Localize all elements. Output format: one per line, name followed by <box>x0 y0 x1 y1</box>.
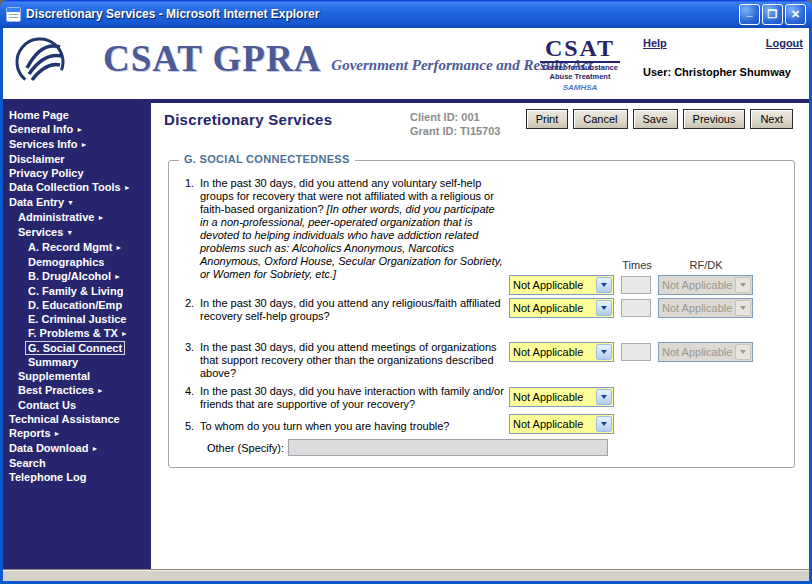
minimize-button[interactable]: _ <box>739 4 760 25</box>
question-2-times-input[interactable] <box>621 299 651 317</box>
previous-button[interactable]: Previous <box>683 109 746 129</box>
sidebar-item-c-family-living[interactable]: C. Family & Living <box>3 284 151 298</box>
brand-block: CSAT GPRA Government Performance and Res… <box>103 40 592 77</box>
question-1-rfdk-select[interactable]: Not Applicable <box>658 275 753 295</box>
chevron-right-icon: ► <box>124 184 131 191</box>
question-4-response-select[interactable]: Not Applicable <box>509 387 614 407</box>
chevron-right-icon: ► <box>97 387 104 394</box>
question-2-response-select[interactable]: Not Applicable <box>509 298 614 318</box>
sidebar-item-label: Home Page <box>9 109 69 121</box>
sidebar-item-label: Reports <box>9 427 51 439</box>
record-ids: Client ID: 001 Grant ID: TI15703 <box>410 110 500 138</box>
question-5-text-main: To whom do you turn when you are having … <box>200 420 450 432</box>
dropdown-arrow-icon <box>735 344 751 360</box>
question-2-text-main: In the past 30 days, did you attend any … <box>200 297 501 322</box>
toolbar: Print Cancel Save Previous Next <box>526 109 793 129</box>
print-button[interactable]: Print <box>526 109 569 129</box>
sidebar-item-label: Demographics <box>28 256 104 268</box>
sidebar-item-search[interactable]: Search <box>3 456 151 470</box>
csat-logo: CSAT Center for Substance Abuse Treatmen… <box>540 36 620 92</box>
sidebar-item-data-download[interactable]: Data Download► <box>3 441 151 456</box>
sidebar-item-label: A. Record Mgmt <box>28 241 112 253</box>
sidebar-item-data-entry[interactable]: Data Entry▼ <box>3 195 151 210</box>
dropdown-arrow-icon <box>596 389 612 405</box>
sidebar-item-services[interactable]: Services▼ <box>3 225 151 240</box>
save-button[interactable]: Save <box>633 109 678 129</box>
content-area: Home PageGeneral Info►Services Info►Disc… <box>3 103 809 569</box>
sidebar-item-home-page[interactable]: Home Page <box>3 108 151 122</box>
other-specify-input[interactable] <box>288 439 608 456</box>
question-5-text: To whom do you turn when you are having … <box>200 420 505 433</box>
sidebar-item-f-problems-tx[interactable]: F. Problems & TX► <box>3 326 151 341</box>
sidebar-item-g-social-connect[interactable]: G. Social Connect <box>3 341 151 355</box>
help-link[interactable]: Help <box>643 37 667 49</box>
sidebar-item-label: F. Problems & TX <box>28 327 118 339</box>
question-3-text-main: In the past 30 days, did you attend meet… <box>200 341 497 379</box>
question-3-response-value: Not Applicable <box>513 346 595 358</box>
sidebar-item-label: Summary <box>28 356 78 368</box>
sidebar-item-e-criminal-justice[interactable]: E. Criminal Justice <box>3 312 151 326</box>
sidebar-item-label: Data Download <box>9 442 88 454</box>
sidebar-item-technical-assistance[interactable]: Technical Assistance <box>3 412 151 426</box>
sidebar-item-label: Data Collection Tools <box>9 181 121 193</box>
samhsa-label: SAMHSA <box>540 83 620 92</box>
question-4-text-main: In the past 30 days, did you have intera… <box>200 385 504 410</box>
sidebar-item-demographics[interactable]: Demographics <box>3 255 151 269</box>
sidebar-item-privacy-policy[interactable]: Privacy Policy <box>3 166 151 180</box>
sidebar-item-label: G. Social Connect <box>25 341 125 355</box>
sidebar-item-telephone-log[interactable]: Telephone Log <box>3 470 151 484</box>
sidebar-item-supplemental[interactable]: Supplemental <box>3 369 151 383</box>
csat-logo-line1: Center for Substance <box>540 63 620 72</box>
grant-id: Grant ID: TI15703 <box>410 124 500 138</box>
question-4-text: In the past 30 days, did you have intera… <box>200 385 505 411</box>
question-2-rfdk-select[interactable]: Not Applicable <box>658 298 753 318</box>
chevron-right-icon: ► <box>91 445 98 452</box>
question-1-times-input[interactable] <box>621 276 651 294</box>
question-3-times-input[interactable] <box>621 343 651 361</box>
sidebar-item-reports[interactable]: Reports► <box>3 426 151 441</box>
question-5-number: 5. <box>185 420 194 432</box>
statusbar <box>3 569 809 581</box>
chevron-right-icon: ► <box>114 273 121 280</box>
logout-link[interactable]: Logout <box>766 37 803 49</box>
question-5-response-select[interactable]: Not Applicable <box>509 414 614 434</box>
window-titlebar: Discretionary Services - Microsoft Inter… <box>0 0 812 28</box>
sidebar-item-label: Contact Us <box>18 399 76 411</box>
sidebar-item-label: Search <box>9 457 46 469</box>
sidebar-item-label: Technical Assistance <box>9 413 120 425</box>
sidebar-item-contact-us[interactable]: Contact Us <box>3 398 151 412</box>
window-controls: _ ❐ ✕ <box>739 4 806 25</box>
chevron-right-icon: ► <box>54 430 61 437</box>
ie-document-icon <box>6 7 21 22</box>
dropdown-arrow-icon <box>735 300 751 316</box>
sidebar-item-b-drug-alcohol[interactable]: B. Drug/Alcohol► <box>3 269 151 284</box>
browser-window: Discretionary Services - Microsoft Inter… <box>0 0 812 584</box>
restore-button[interactable]: ❐ <box>762 4 783 25</box>
app-header: CSAT GPRA Government Performance and Res… <box>3 28 809 99</box>
question-3-rfdk-select[interactable]: Not Applicable <box>658 342 753 362</box>
next-button[interactable]: Next <box>750 109 793 129</box>
sidebar-item-administrative[interactable]: Administrative► <box>3 210 151 225</box>
section-legend: G. SOCIAL CONNECTEDNESS <box>179 153 355 165</box>
close-button[interactable]: ✕ <box>785 4 806 25</box>
sidebar-item-label: Disclaimer <box>9 153 65 165</box>
sidebar-item-data-collection-tools[interactable]: Data Collection Tools► <box>3 180 151 195</box>
sidebar-item-d-education-emp[interactable]: D. Education/Emp <box>3 298 151 312</box>
cancel-button[interactable]: Cancel <box>573 109 627 129</box>
header-links: Help Logout <box>643 37 803 49</box>
chevron-right-icon: ► <box>97 214 104 221</box>
sidebar-item-a-record-mgmt[interactable]: A. Record Mgmt► <box>3 240 151 255</box>
sidebar-item-best-practices[interactable]: Best Practices► <box>3 383 151 398</box>
sidebar-item-services-info[interactable]: Services Info► <box>3 137 151 152</box>
question-1-number: 1. <box>185 177 194 189</box>
sidebar-item-summary[interactable]: Summary <box>3 355 151 369</box>
sidebar-item-disclaimer[interactable]: Disclaimer <box>3 152 151 166</box>
question-1-response-select[interactable]: Not Applicable <box>509 275 614 295</box>
sidebar-item-general-info[interactable]: General Info► <box>3 122 151 137</box>
sidebar-item-label: Services Info <box>9 138 77 150</box>
question-3-response-select[interactable]: Not Applicable <box>509 342 614 362</box>
sidebar-nav: Home PageGeneral Info►Services Info►Disc… <box>3 103 151 569</box>
sidebar-item-label: E. Criminal Justice <box>28 313 126 325</box>
dropdown-arrow-icon <box>596 300 612 316</box>
sidebar-item-label: Privacy Policy <box>9 167 84 179</box>
